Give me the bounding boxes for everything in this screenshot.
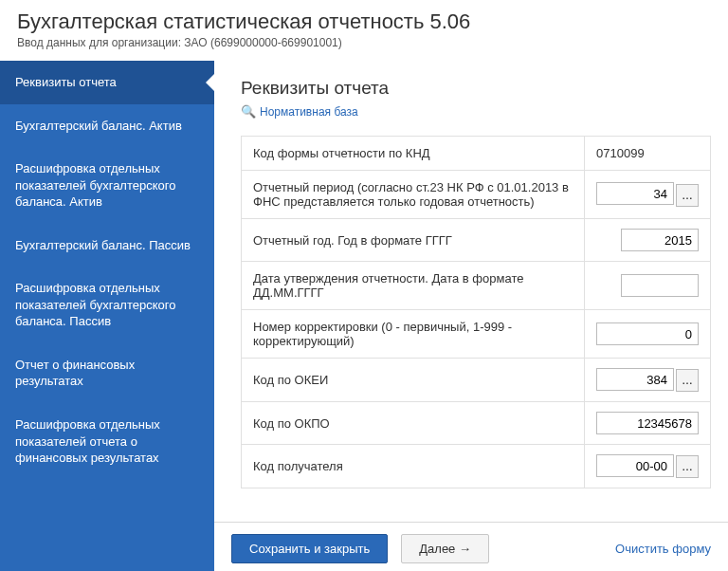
picker-button-5[interactable]: …	[676, 369, 699, 392]
field-value-cell: 0710099	[585, 137, 711, 171]
sidebar-item-0[interactable]: Реквизиты отчета	[0, 61, 214, 104]
form-row: Код формы отчетности по КНД0710099	[242, 137, 711, 171]
input-6[interactable]	[596, 412, 699, 434]
sidebar-item-label: Расшифровка отдельных показателей отчета…	[15, 417, 160, 465]
search-icon: 🔍	[241, 104, 256, 119]
field-label: Код формы отчетности по КНД	[242, 137, 585, 171]
sidebar-item-1[interactable]: Бухгалтерский баланс. Актив	[0, 104, 214, 148]
form-row: Отчетный год. Год в формате ГГГГ	[242, 219, 711, 262]
app-header: Бухгалтерская статистическая отчетность …	[0, 0, 728, 61]
form-row: Код по ОКЕИ…	[242, 359, 711, 402]
sidebar-item-label: Расшифровка отдельных показателей бухгал…	[15, 281, 175, 328]
sidebar: Реквизиты отчетаБухгалтерский баланс. Ак…	[0, 61, 214, 571]
picker-button-7[interactable]: …	[676, 455, 699, 478]
sidebar-item-5[interactable]: Отчет о финансовых результатах	[0, 343, 214, 403]
field-value-cell	[585, 310, 711, 359]
app-title: Бухгалтерская статистическая отчетность …	[17, 9, 711, 34]
field-value-cell: …	[585, 445, 711, 488]
sidebar-item-4[interactable]: Расшифровка отдельных показателей бухгал…	[0, 267, 214, 343]
sidebar-item-6[interactable]: Расшифровка отдельных показателей отчета…	[0, 403, 214, 480]
clear-form-link[interactable]: Очистить форму	[615, 542, 711, 556]
form-table: Код формы отчетности по КНД0710099Отчетн…	[241, 136, 711, 488]
sidebar-item-label: Бухгалтерский баланс. Актив	[15, 119, 182, 133]
sidebar-item-label: Бухгалтерский баланс. Пассив	[15, 238, 191, 252]
field-label: Код по ОКПО	[242, 402, 585, 445]
save-close-button[interactable]: Сохранить и закрыть	[231, 534, 388, 563]
input-5[interactable]	[596, 368, 674, 391]
picker-button-1[interactable]: …	[676, 184, 699, 207]
field-value-cell	[585, 402, 711, 445]
form-row: Отчетный период (согласно ст.23 НК РФ с …	[242, 171, 711, 219]
sidebar-item-3[interactable]: Бухгалтерский баланс. Пассив	[0, 224, 214, 267]
field-value-cell: …	[585, 171, 711, 219]
field-label: Код получателя	[242, 445, 585, 488]
input-2[interactable]	[621, 229, 699, 251]
input-3[interactable]	[621, 274, 699, 297]
field-label: Номер корректировки (0 - первичный, 1-99…	[242, 310, 585, 359]
field-label: Отчетный год. Год в формате ГГГГ	[242, 219, 585, 262]
main-panel: Реквизиты отчета 🔍 Нормативная база Код …	[214, 61, 728, 571]
form-row: Код по ОКПО	[242, 402, 711, 445]
sidebar-item-label: Отчет о финансовых результатах	[15, 358, 135, 389]
section-title: Реквизиты отчета	[241, 78, 711, 99]
app-subtitle: Ввод данных для организации: ЗАО (669900…	[17, 36, 711, 49]
field-value-cell: …	[585, 359, 711, 402]
sidebar-item-label: Расшифровка отдельных показателей бухгал…	[15, 161, 175, 209]
form-row: Код получателя…	[242, 445, 711, 488]
footer-bar: Сохранить и закрыть Далее → Очистить фор…	[214, 522, 728, 571]
next-button[interactable]: Далее →	[401, 534, 489, 563]
norm-base-link[interactable]: 🔍 Нормативная база	[241, 104, 358, 119]
sidebar-item-2[interactable]: Расшифровка отдельных показателей бухгал…	[0, 147, 214, 224]
field-value-cell	[585, 262, 711, 310]
norm-base-label: Нормативная база	[260, 105, 358, 119]
static-value: 0710099	[596, 146, 645, 160]
form-row: Номер корректировки (0 - первичный, 1-99…	[242, 310, 711, 359]
field-label: Отчетный период (согласно ст.23 НК РФ с …	[242, 171, 585, 219]
field-label: Дата утверждения отчетности. Дата в форм…	[242, 262, 585, 310]
form-row: Дата утверждения отчетности. Дата в форм…	[242, 262, 711, 310]
sidebar-item-label: Реквизиты отчета	[15, 75, 117, 89]
field-label: Код по ОКЕИ	[242, 359, 585, 402]
field-value-cell	[585, 219, 711, 262]
input-1[interactable]	[596, 182, 674, 205]
input-7[interactable]	[596, 454, 674, 477]
input-4[interactable]	[596, 322, 699, 345]
